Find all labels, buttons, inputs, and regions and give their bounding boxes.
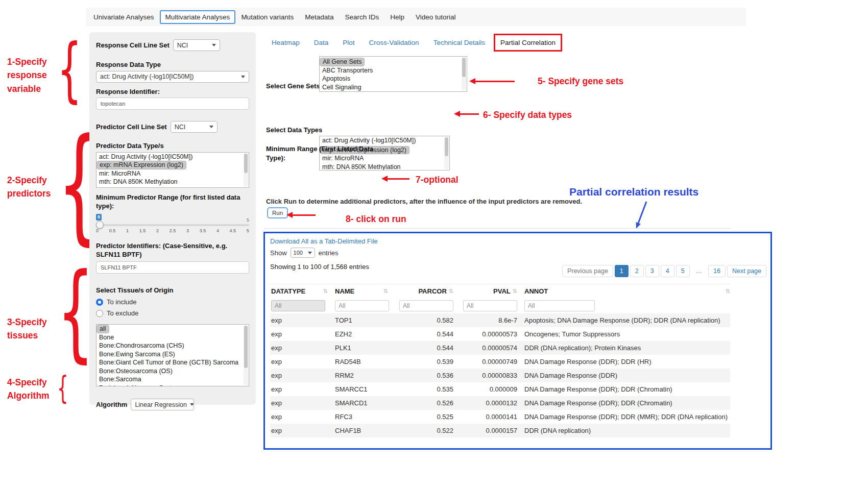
scrollbar-thumb[interactable] xyxy=(445,137,448,156)
listbox-option[interactable]: Bone:Chondrosarcoma (CHS) xyxy=(97,341,249,350)
listbox-option[interactable]: Peripheral_Nervous_System xyxy=(97,384,249,387)
sort-icon[interactable]: ⇅ xyxy=(323,288,328,295)
nav-item[interactable]: Search IDs xyxy=(339,10,384,24)
table-row[interactable]: exp PLK1 0.544 0.00000574 DDR (DNA repli… xyxy=(270,341,730,355)
pagination-button[interactable]: 3 xyxy=(645,265,659,277)
scrollbar[interactable] xyxy=(462,57,466,91)
nav-item[interactable]: Mutation variants xyxy=(235,10,299,24)
listbox-option[interactable]: mir: MicroRNA xyxy=(97,169,249,178)
pagination-button[interactable]: 2 xyxy=(630,265,644,277)
predictor-cell-line-set-select[interactable]: NCI xyxy=(171,121,218,133)
gene-sets-label: Select Gene Sets xyxy=(266,82,320,91)
filter-pval-input[interactable] xyxy=(463,300,517,311)
response-identifier-input[interactable] xyxy=(96,97,249,110)
scrollbar-thumb[interactable] xyxy=(244,326,248,368)
column-header-pval[interactable]: PVAL ⇅ xyxy=(453,287,517,295)
column-header-name[interactable]: NAME ⇅ xyxy=(335,287,396,295)
tab[interactable]: Data xyxy=(307,34,336,51)
listbox-option[interactable]: all xyxy=(97,325,109,333)
listbox-option[interactable]: Bone:Osteosarcoma (OS) xyxy=(97,367,249,376)
listbox-option[interactable]: exp: mRNA Expression (log2) xyxy=(97,161,186,169)
pagination-button[interactable]: 5 xyxy=(676,265,690,277)
listbox-option[interactable]: mth: DNA 850K Methylation xyxy=(320,163,449,171)
pagination-button[interactable]: 16 xyxy=(708,265,726,277)
pagination-button[interactable]: Next page xyxy=(727,265,766,277)
scrollbar-thumb[interactable] xyxy=(244,154,248,173)
table-row[interactable]: exp RRM2 0.536 0.00000833 DNA Damage Res… xyxy=(270,369,730,382)
table-row[interactable]: exp TOP1 0.582 8.6e-7 Apoptosis; DNA Dam… xyxy=(270,313,730,327)
listbox-option[interactable]: Cell Signaling xyxy=(320,83,467,92)
tab[interactable]: Plot xyxy=(335,34,361,51)
table-row[interactable]: exp RFC3 0.525 0.0000141 DNA Damage Resp… xyxy=(270,410,730,424)
selected-value: 100 xyxy=(294,250,303,256)
table-row[interactable]: exp EZH2 0.544 0.00000573 Oncogenes; Tum… xyxy=(270,327,730,341)
table-row[interactable]: exp CHAF1B 0.522 0.0000157 DDR (DNA repl… xyxy=(270,424,730,437)
algorithm-field: Algorithm Linear Regression xyxy=(96,399,249,410)
radio-selected-icon[interactable] xyxy=(96,299,103,306)
listbox-option[interactable]: act: Drug Activity (-log10[IC50M]) xyxy=(97,153,249,161)
filter-annot-input[interactable] xyxy=(524,300,595,311)
scrollbar[interactable] xyxy=(444,137,449,169)
scrollbar[interactable] xyxy=(244,325,248,385)
gene-sets-listbox[interactable]: All Gene SetsABC TransportersApoptosisCe… xyxy=(319,56,467,92)
tab[interactable]: Cross-Validation xyxy=(362,34,426,51)
pagination-button[interactable]: 1 xyxy=(615,265,629,277)
cell-datatype: exp xyxy=(270,385,335,393)
listbox-option[interactable]: Apoptosis xyxy=(320,75,467,83)
pagination-button[interactable]: … xyxy=(691,265,707,277)
algorithm-select[interactable]: Linear Regression xyxy=(131,399,194,410)
column-header-datatype[interactable]: DATATYPE ⇅ xyxy=(270,287,335,295)
listbox-option[interactable]: ABC Transporters xyxy=(320,66,467,75)
listbox-option[interactable]: Bone xyxy=(97,333,249,342)
cell-pval: 0.000009 xyxy=(453,385,517,393)
run-button[interactable]: Run xyxy=(267,207,288,218)
table-row[interactable]: exp SMARCD1 0.526 0.0000132 DNA Damage R… xyxy=(270,396,730,410)
tab[interactable]: Heatmap xyxy=(264,34,307,51)
table-filter-row xyxy=(270,298,730,313)
pagination-button[interactable]: Previous page xyxy=(562,265,613,277)
scrollbar-thumb[interactable] xyxy=(462,58,466,77)
listbox-option[interactable]: mth: DNA 850K Methylation xyxy=(97,178,249,186)
filter-name-input[interactable] xyxy=(335,300,389,311)
page-length-select[interactable]: 100 xyxy=(291,248,315,258)
tissue-include-radio-row[interactable]: To include xyxy=(96,298,249,306)
tissue-exclude-radio-row[interactable]: To exclude xyxy=(96,309,249,317)
listbox-option[interactable]: act: Drug Activity (-log10[IC50M]) xyxy=(320,136,449,145)
arrow-left-icon xyxy=(475,81,515,82)
pagination-button[interactable]: 4 xyxy=(661,265,674,277)
nav-item[interactable]: Univariate Analyses xyxy=(88,10,160,24)
predictor-data-types-listbox[interactable]: act: Drug Activity (-log10[IC50M])exp: m… xyxy=(96,152,249,188)
nav-item[interactable]: Metadata xyxy=(299,10,339,24)
table-row[interactable]: exp RAD54B 0.539 0.00000749 DNA Damage R… xyxy=(270,355,730,369)
sort-icon[interactable]: ⇅ xyxy=(726,288,730,295)
response-data-type-select[interactable]: act: Drug Activity (-log10[IC50M]) xyxy=(96,71,249,83)
nav-item[interactable]: Help xyxy=(384,10,410,24)
cell-name: PLK1 xyxy=(335,344,396,352)
slider-track[interactable] xyxy=(96,224,249,226)
nav-item[interactable]: Video tutorial xyxy=(410,10,462,24)
response-cell-line-set-select[interactable]: NCI xyxy=(173,39,220,51)
cell-pval: 0.00000573 xyxy=(453,330,517,338)
listbox-option[interactable]: Bone:Ewing Sarcoma (ES) xyxy=(97,350,249,359)
download-link[interactable]: Download All as a Tab-Delimited File xyxy=(270,237,378,245)
scrollbar[interactable] xyxy=(244,153,248,187)
filter-datatype-input[interactable] xyxy=(271,300,325,311)
nav-item[interactable]: Multivariate Analyses xyxy=(160,10,236,24)
listbox-option[interactable]: Bone:Sarcoma xyxy=(97,375,249,384)
filter-parcor-input[interactable] xyxy=(399,300,453,311)
listbox-option[interactable]: Bone:Giant Cell Tumor of Bone (GCTB) Sar… xyxy=(97,358,249,367)
sort-icon[interactable]: ⇅ xyxy=(513,288,517,295)
column-header-parcor[interactable]: PARCOR ⇅ xyxy=(396,287,453,295)
tissue-listbox[interactable]: allBoneBone:Chondrosarcoma (CHS)Bone:Ewi… xyxy=(96,324,249,386)
predictor-identifiers-input[interactable] xyxy=(96,261,249,274)
table-row[interactable]: exp SMARCC1 0.535 0.000009 DNA Damage Re… xyxy=(270,382,730,396)
tab[interactable]: Technical Details xyxy=(426,34,492,51)
listbox-option[interactable]: All Gene Sets xyxy=(320,58,365,66)
tab[interactable]: Partial Correlation xyxy=(494,34,562,52)
sort-icon[interactable]: ⇅ xyxy=(449,288,453,295)
radio-unselected-icon[interactable] xyxy=(96,310,103,317)
tissue-exclude-label: To exclude xyxy=(107,309,138,317)
sort-icon[interactable]: ⇅ xyxy=(383,288,388,295)
column-header-annot[interactable]: ANNOT ⇅ xyxy=(517,287,730,295)
slider-handle[interactable] xyxy=(96,221,104,229)
